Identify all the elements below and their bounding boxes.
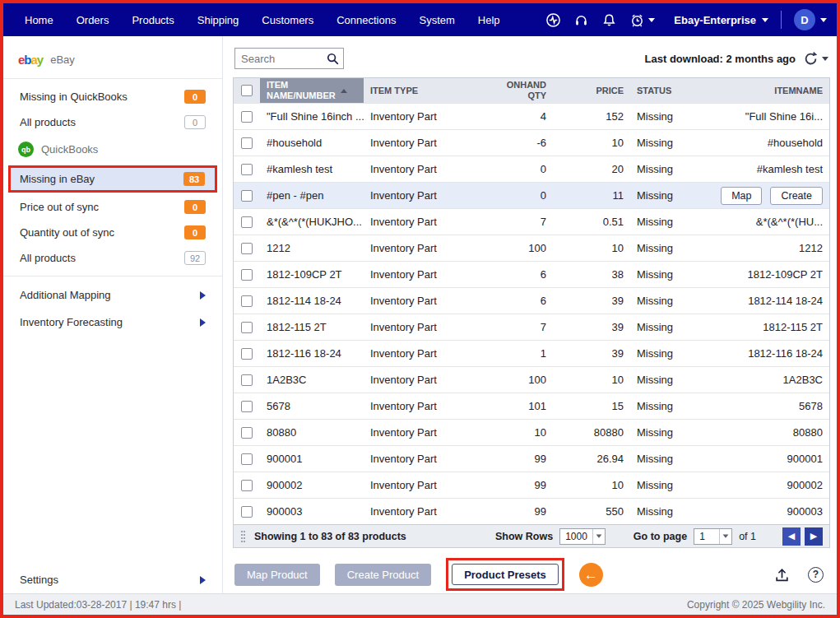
map-product-button[interactable]: Map Product <box>234 564 320 586</box>
table-row[interactable]: 80880 Inventory Part 10 80880 Missing 80… <box>234 419 829 445</box>
cell-itemname: MapCreate <box>709 183 829 208</box>
table-row[interactable]: 900001 Inventory Part 99 26.94 Missing 9… <box>234 445 829 472</box>
help-icon[interactable]: ? <box>808 567 824 583</box>
last-download-label: Last download: 2 months ago <box>645 53 796 65</box>
row-checkbox[interactable] <box>241 322 253 333</box>
nav-item-orders[interactable]: Orders <box>65 14 121 26</box>
cell-onhand-qty: 101 <box>474 393 553 419</box>
nav-item-shipping[interactable]: Shipping <box>186 14 251 26</box>
row-checkbox[interactable] <box>241 164 253 175</box>
row-checkbox[interactable] <box>241 269 253 281</box>
row-checkbox[interactable] <box>241 348 253 360</box>
row-checkbox[interactable] <box>241 480 253 491</box>
table-row[interactable]: 1812-114 18-24 Inventory Part 6 39 Missi… <box>234 287 829 314</box>
nav-item-help[interactable]: Help <box>466 14 512 26</box>
next-page-button[interactable]: ▶ <box>805 527 823 546</box>
create-button[interactable]: Create <box>770 187 823 205</box>
chevron-down-icon <box>592 529 605 544</box>
column-header-status[interactable]: STATUS <box>630 78 709 103</box>
notifications-bell-icon[interactable] <box>601 12 617 28</box>
activity-icon[interactable] <box>545 12 561 28</box>
row-checkbox[interactable] <box>241 427 253 439</box>
row-checkbox[interactable] <box>241 111 253 123</box>
table-row[interactable]: #household Inventory Part -6 10 Missing … <box>234 129 829 156</box>
column-header-itemname[interactable]: ITEMNAME <box>709 78 829 103</box>
table-row[interactable]: 1212 Inventory Part 100 10 Missing 1212 <box>234 235 829 261</box>
row-checkbox[interactable] <box>241 374 253 386</box>
sidebar-item-qb-all-products[interactable]: All products 92 <box>3 245 222 271</box>
nav-item-products[interactable]: Products <box>120 14 185 26</box>
row-checkbox[interactable] <box>241 137 253 149</box>
map-button[interactable]: Map <box>721 187 762 205</box>
row-checkbox[interactable] <box>241 216 253 228</box>
status-bar: Last Updated:03-28-2017 | 19:47 hrs | Co… <box>3 593 837 615</box>
cell-item-name: 1212 <box>260 235 364 261</box>
search-icon[interactable] <box>326 52 340 66</box>
cell-onhand-qty: 0 <box>474 183 553 208</box>
scheduler-clock-icon[interactable] <box>629 12 655 28</box>
column-header-onhand-qty[interactable]: ONHAND QTY <box>474 78 553 103</box>
sidebar-item-missing-in-quickbooks[interactable]: Missing in QuickBooks 0 <box>3 84 222 109</box>
cell-onhand-qty: 1 <box>474 341 553 366</box>
sidebar-item-price-out-of-sync[interactable]: Price out of sync 0 <box>3 194 222 220</box>
sidebar-item-additional-mapping[interactable]: Additional Mapping <box>3 281 222 309</box>
cell-price: 10 <box>553 472 630 498</box>
sidebar-item-settings[interactable]: Settings <box>3 566 222 593</box>
nav-item-connections[interactable]: Connections <box>325 14 407 26</box>
back-circle-button[interactable]: ← <box>579 563 603 587</box>
refresh-button[interactable] <box>803 51 828 67</box>
nav-item-home[interactable]: Home <box>13 14 65 26</box>
cell-onhand-qty: 10 <box>474 420 553 445</box>
support-headset-icon[interactable] <box>573 12 589 28</box>
column-header-item-type[interactable]: ITEM TYPE <box>364 78 474 103</box>
column-header-price[interactable]: PRICE <box>553 78 630 103</box>
products-table: ITEM NAME/NUMBER ITEM TYPE ONHAND QTY PR… <box>233 77 830 525</box>
show-rows-select[interactable]: 1000 <box>559 528 606 545</box>
store-selector[interactable]: Ebay-Enterprise <box>674 14 768 26</box>
toolbar: Last download: 2 months ago <box>233 36 830 77</box>
cell-item-name: #pen - #pen <box>260 183 364 208</box>
row-checkbox[interactable] <box>241 243 253 254</box>
sidebar-item-quantity-out-of-sync[interactable]: Quantity out of sync 0 <box>3 220 222 245</box>
grip-handle-icon[interactable] <box>240 530 246 543</box>
select-all-checkbox[interactable] <box>241 85 253 96</box>
sidebar-item-ebay-all-products[interactable]: All products 0 <box>3 109 222 135</box>
table-row[interactable]: #kamlesh test Inventory Part 0 20 Missin… <box>234 156 829 182</box>
row-checkbox[interactable] <box>241 295 253 307</box>
store-name: Ebay-Enterprise <box>674 14 756 26</box>
nav-item-customers[interactable]: Customers <box>250 14 325 26</box>
row-checkbox[interactable] <box>241 190 253 202</box>
table-row[interactable]: 1812-109CP 2T Inventory Part 6 38 Missin… <box>234 261 829 287</box>
cell-itemname: #kamlesh test <box>709 156 829 182</box>
table-row[interactable]: #pen - #pen Inventory Part 0 11 Missing … <box>234 182 829 208</box>
previous-page-button[interactable]: ◀ <box>782 527 801 546</box>
table-row[interactable]: 1A2B3C Inventory Part 100 10 Missing 1A2… <box>234 366 829 393</box>
user-menu[interactable]: D <box>794 9 827 30</box>
sidebar-item-missing-in-ebay[interactable]: Missing in eBay 83 <box>8 165 217 193</box>
table-row[interactable]: &*(&^*(*(HUKJHO... Inventory Part 7 0.51… <box>234 208 829 235</box>
table-row[interactable]: 5678 Inventory Part 101 15 Missing 5678 <box>234 393 829 419</box>
count-badge: 0 <box>184 200 206 214</box>
product-presets-button[interactable]: Product Presets <box>452 564 559 585</box>
table-row[interactable]: 1812-116 18-24 Inventory Part 1 39 Missi… <box>234 340 829 366</box>
cell-status: Missing <box>630 499 709 524</box>
row-checkbox[interactable] <box>241 453 253 465</box>
table-row[interactable]: 900003 Inventory Part 99 550 Missing 900… <box>234 498 829 524</box>
goto-page-select[interactable]: 1 <box>694 528 732 545</box>
row-checkbox[interactable] <box>241 401 253 412</box>
table-row[interactable]: 900002 Inventory Part 99 10 Missing 9000… <box>234 472 829 498</box>
cell-item-name: 900001 <box>260 446 364 472</box>
nav-item-system[interactable]: System <box>407 14 466 26</box>
cell-itemname: "Full Shine 16i... <box>709 104 829 129</box>
sidebar-item-inventory-forecasting[interactable]: Inventory Forecasting <box>3 309 222 336</box>
cell-price: 20 <box>553 156 630 182</box>
table-row[interactable]: 1812-115 2T Inventory Part 7 39 Missing … <box>234 314 829 340</box>
search-input[interactable] <box>235 53 326 65</box>
column-header-item-name[interactable]: ITEM NAME/NUMBER <box>260 78 364 103</box>
create-product-button[interactable]: Create Product <box>335 564 431 586</box>
cell-item-type: Inventory Part <box>364 314 474 340</box>
row-checkbox[interactable] <box>241 506 253 518</box>
cell-price: 10 <box>553 367 630 393</box>
table-row[interactable]: "Full Shine 16inch ... Inventory Part 4 … <box>234 103 829 129</box>
upload-icon[interactable] <box>774 567 790 583</box>
